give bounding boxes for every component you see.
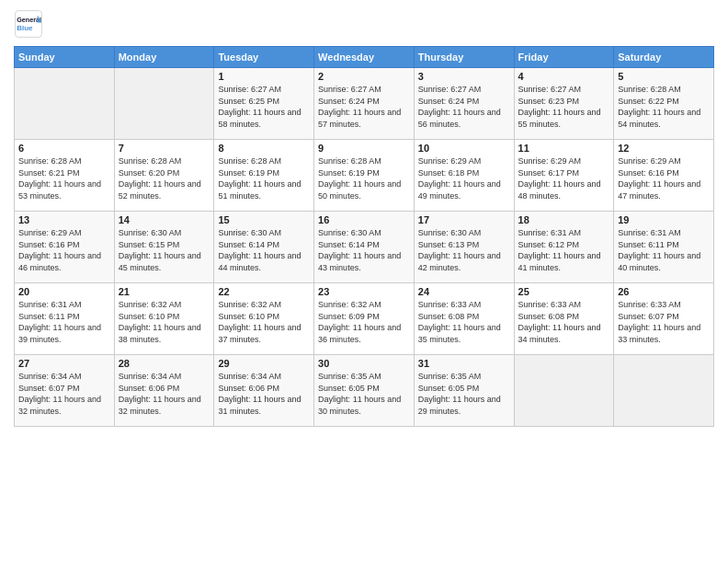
calendar-week-1: 1Sunrise: 6:27 AM Sunset: 6:25 PM Daylig… bbox=[15, 68, 714, 140]
calendar-cell: 9Sunrise: 6:28 AM Sunset: 6:19 PM Daylig… bbox=[314, 140, 415, 212]
day-info: Sunrise: 6:29 AM Sunset: 6:17 PM Dayligh… bbox=[518, 155, 610, 201]
weekday-header-row: SundayMondayTuesdayWednesdayThursdayFrid… bbox=[15, 47, 714, 68]
day-info: Sunrise: 6:27 AM Sunset: 6:24 PM Dayligh… bbox=[318, 84, 410, 130]
calendar-cell: 1Sunrise: 6:27 AM Sunset: 6:25 PM Daylig… bbox=[214, 68, 314, 140]
day-number: 27 bbox=[18, 358, 110, 369]
weekday-header-saturday: Saturday bbox=[614, 47, 714, 68]
day-info: Sunrise: 6:32 AM Sunset: 6:09 PM Dayligh… bbox=[318, 299, 410, 345]
day-number: 20 bbox=[18, 286, 110, 297]
day-info: Sunrise: 6:29 AM Sunset: 6:16 PM Dayligh… bbox=[618, 155, 710, 201]
day-info: Sunrise: 6:27 AM Sunset: 6:23 PM Dayligh… bbox=[518, 84, 610, 130]
day-info: Sunrise: 6:32 AM Sunset: 6:10 PM Dayligh… bbox=[119, 299, 210, 345]
day-number: 13 bbox=[18, 214, 110, 225]
day-info: Sunrise: 6:31 AM Sunset: 6:12 PM Dayligh… bbox=[518, 227, 610, 273]
calendar-cell: 6Sunrise: 6:28 AM Sunset: 6:21 PM Daylig… bbox=[15, 140, 115, 212]
day-info: Sunrise: 6:28 AM Sunset: 6:21 PM Dayligh… bbox=[18, 155, 110, 201]
day-info: Sunrise: 6:35 AM Sunset: 6:05 PM Dayligh… bbox=[318, 371, 410, 417]
calendar-cell: 26Sunrise: 6:33 AM Sunset: 6:07 PM Dayli… bbox=[614, 283, 714, 355]
day-number: 6 bbox=[18, 143, 110, 154]
calendar-cell: 21Sunrise: 6:32 AM Sunset: 6:10 PM Dayli… bbox=[114, 283, 214, 355]
calendar-cell: 22Sunrise: 6:32 AM Sunset: 6:10 PM Dayli… bbox=[214, 283, 314, 355]
day-number: 19 bbox=[618, 214, 710, 225]
calendar-cell bbox=[614, 355, 714, 427]
calendar-cell: 4Sunrise: 6:27 AM Sunset: 6:23 PM Daylig… bbox=[514, 68, 614, 140]
calendar-cell: 30Sunrise: 6:35 AM Sunset: 6:05 PM Dayli… bbox=[314, 355, 415, 427]
day-number: 12 bbox=[618, 143, 710, 154]
calendar-table: SundayMondayTuesdayWednesdayThursdayFrid… bbox=[14, 46, 714, 427]
calendar-cell: 16Sunrise: 6:30 AM Sunset: 6:14 PM Dayli… bbox=[314, 212, 415, 283]
weekday-header-friday: Friday bbox=[514, 47, 614, 68]
day-number: 21 bbox=[119, 286, 210, 297]
day-info: Sunrise: 6:34 AM Sunset: 6:06 PM Dayligh… bbox=[119, 371, 210, 417]
calendar-cell: 24Sunrise: 6:33 AM Sunset: 6:08 PM Dayli… bbox=[414, 283, 514, 355]
calendar-cell: 20Sunrise: 6:31 AM Sunset: 6:11 PM Dayli… bbox=[15, 283, 115, 355]
day-info: Sunrise: 6:28 AM Sunset: 6:19 PM Dayligh… bbox=[218, 155, 310, 201]
calendar-cell: 13Sunrise: 6:29 AM Sunset: 6:16 PM Dayli… bbox=[15, 212, 115, 283]
calendar-week-2: 6Sunrise: 6:28 AM Sunset: 6:21 PM Daylig… bbox=[15, 140, 714, 212]
calendar-cell: 12Sunrise: 6:29 AM Sunset: 6:16 PM Dayli… bbox=[614, 140, 714, 212]
day-number: 22 bbox=[218, 286, 310, 297]
svg-text:Blue: Blue bbox=[17, 24, 33, 32]
day-info: Sunrise: 6:33 AM Sunset: 6:07 PM Dayligh… bbox=[618, 299, 710, 345]
day-number: 2 bbox=[318, 71, 410, 82]
calendar-cell: 8Sunrise: 6:28 AM Sunset: 6:19 PM Daylig… bbox=[214, 140, 314, 212]
calendar-cell: 23Sunrise: 6:32 AM Sunset: 6:09 PM Dayli… bbox=[314, 283, 415, 355]
day-info: Sunrise: 6:28 AM Sunset: 6:20 PM Dayligh… bbox=[119, 155, 210, 201]
day-number: 24 bbox=[418, 286, 510, 297]
calendar-cell bbox=[514, 355, 614, 427]
calendar-week-5: 27Sunrise: 6:34 AM Sunset: 6:07 PM Dayli… bbox=[15, 355, 714, 427]
day-number: 10 bbox=[418, 143, 510, 154]
day-info: Sunrise: 6:33 AM Sunset: 6:08 PM Dayligh… bbox=[518, 299, 610, 345]
weekday-header-wednesday: Wednesday bbox=[314, 47, 415, 68]
header: General Blue bbox=[14, 9, 714, 39]
day-info: Sunrise: 6:35 AM Sunset: 6:05 PM Dayligh… bbox=[418, 371, 510, 417]
day-info: Sunrise: 6:28 AM Sunset: 6:22 PM Dayligh… bbox=[618, 84, 710, 130]
day-number: 11 bbox=[518, 143, 610, 154]
calendar-cell: 5Sunrise: 6:28 AM Sunset: 6:22 PM Daylig… bbox=[614, 68, 714, 140]
day-info: Sunrise: 6:34 AM Sunset: 6:07 PM Dayligh… bbox=[18, 371, 110, 417]
logo: General Blue bbox=[14, 9, 43, 39]
day-number: 9 bbox=[318, 143, 410, 154]
calendar-cell: 19Sunrise: 6:31 AM Sunset: 6:11 PM Dayli… bbox=[614, 212, 714, 283]
calendar-cell: 3Sunrise: 6:27 AM Sunset: 6:24 PM Daylig… bbox=[414, 68, 514, 140]
day-info: Sunrise: 6:30 AM Sunset: 6:13 PM Dayligh… bbox=[418, 227, 510, 273]
calendar-cell: 31Sunrise: 6:35 AM Sunset: 6:05 PM Dayli… bbox=[414, 355, 514, 427]
calendar-cell: 14Sunrise: 6:30 AM Sunset: 6:15 PM Dayli… bbox=[114, 212, 214, 283]
day-number: 14 bbox=[119, 214, 210, 225]
calendar-cell: 10Sunrise: 6:29 AM Sunset: 6:18 PM Dayli… bbox=[414, 140, 514, 212]
day-info: Sunrise: 6:30 AM Sunset: 6:14 PM Dayligh… bbox=[218, 227, 310, 273]
weekday-header-monday: Monday bbox=[114, 47, 214, 68]
day-number: 1 bbox=[218, 71, 310, 82]
day-info: Sunrise: 6:31 AM Sunset: 6:11 PM Dayligh… bbox=[618, 227, 710, 273]
day-info: Sunrise: 6:30 AM Sunset: 6:14 PM Dayligh… bbox=[318, 227, 410, 273]
calendar-cell: 2Sunrise: 6:27 AM Sunset: 6:24 PM Daylig… bbox=[314, 68, 415, 140]
calendar-cell: 15Sunrise: 6:30 AM Sunset: 6:14 PM Dayli… bbox=[214, 212, 314, 283]
day-number: 29 bbox=[218, 358, 310, 369]
calendar-cell: 28Sunrise: 6:34 AM Sunset: 6:06 PM Dayli… bbox=[114, 355, 214, 427]
day-number: 25 bbox=[518, 286, 610, 297]
day-number: 7 bbox=[119, 143, 210, 154]
calendar-cell: 17Sunrise: 6:30 AM Sunset: 6:13 PM Dayli… bbox=[414, 212, 514, 283]
calendar-week-3: 13Sunrise: 6:29 AM Sunset: 6:16 PM Dayli… bbox=[15, 212, 714, 283]
day-number: 31 bbox=[418, 358, 510, 369]
calendar-cell bbox=[114, 68, 214, 140]
day-info: Sunrise: 6:31 AM Sunset: 6:11 PM Dayligh… bbox=[18, 299, 110, 345]
calendar-cell: 11Sunrise: 6:29 AM Sunset: 6:17 PM Dayli… bbox=[514, 140, 614, 212]
weekday-header-sunday: Sunday bbox=[15, 47, 115, 68]
day-info: Sunrise: 6:33 AM Sunset: 6:08 PM Dayligh… bbox=[418, 299, 510, 345]
calendar-week-4: 20Sunrise: 6:31 AM Sunset: 6:11 PM Dayli… bbox=[15, 283, 714, 355]
day-number: 30 bbox=[318, 358, 410, 369]
day-number: 15 bbox=[218, 214, 310, 225]
day-info: Sunrise: 6:34 AM Sunset: 6:06 PM Dayligh… bbox=[218, 371, 310, 417]
day-info: Sunrise: 6:28 AM Sunset: 6:19 PM Dayligh… bbox=[318, 155, 410, 201]
calendar-cell: 18Sunrise: 6:31 AM Sunset: 6:12 PM Dayli… bbox=[514, 212, 614, 283]
weekday-header-thursday: Thursday bbox=[414, 47, 514, 68]
calendar-cell: 29Sunrise: 6:34 AM Sunset: 6:06 PM Dayli… bbox=[214, 355, 314, 427]
calendar-cell: 25Sunrise: 6:33 AM Sunset: 6:08 PM Dayli… bbox=[514, 283, 614, 355]
day-number: 26 bbox=[618, 286, 710, 297]
day-number: 17 bbox=[418, 214, 510, 225]
calendar-cell: 27Sunrise: 6:34 AM Sunset: 6:07 PM Dayli… bbox=[15, 355, 115, 427]
page-container: General Blue SundayMondayTuesdayWednesda… bbox=[0, 0, 728, 436]
logo-icon: General Blue bbox=[14, 9, 43, 39]
day-number: 8 bbox=[218, 143, 310, 154]
